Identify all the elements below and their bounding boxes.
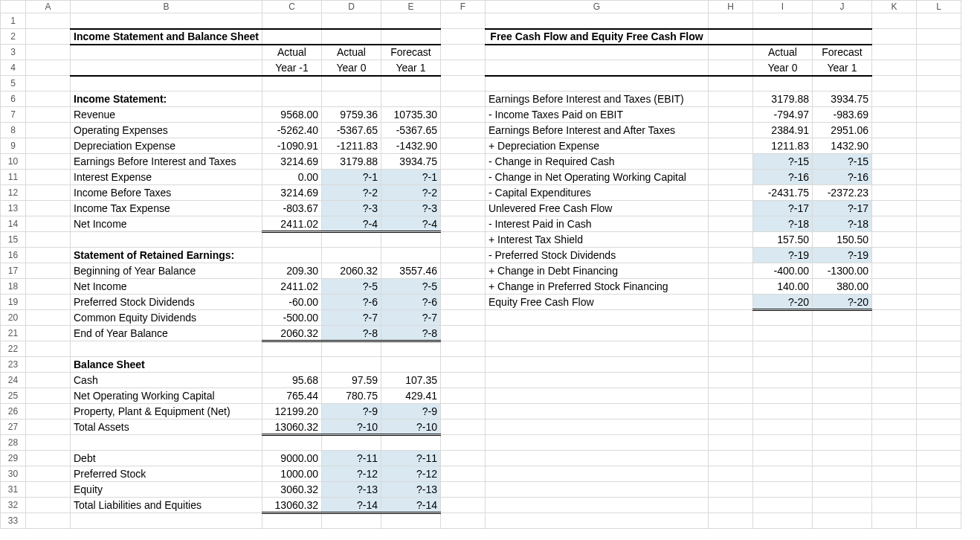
cell[interactable] — [752, 451, 812, 466]
cell[interactable] — [26, 498, 71, 513]
cell[interactable] — [381, 341, 440, 357]
cell[interactable] — [26, 279, 71, 295]
cell[interactable] — [916, 107, 961, 123]
cell[interactable] — [708, 466, 752, 482]
cell[interactable]: ?-18 — [752, 216, 812, 232]
cell[interactable] — [916, 404, 961, 420]
cell[interactable] — [440, 310, 485, 326]
cell[interactable] — [26, 435, 71, 451]
cell[interactable] — [752, 357, 812, 373]
cell[interactable] — [262, 232, 321, 248]
cell[interactable]: 2060.32 — [321, 263, 381, 279]
cell[interactable]: - Interest Paid in Cash — [485, 216, 708, 232]
cell[interactable] — [916, 45, 961, 60]
cell[interactable] — [485, 326, 708, 341]
cell[interactable]: ?-7 — [321, 310, 381, 326]
cell[interactable] — [262, 513, 321, 529]
cell[interactable] — [916, 91, 961, 107]
cell[interactable]: -1211.83 — [321, 138, 381, 154]
cell[interactable]: Income Statement: — [71, 91, 262, 107]
cell[interactable]: - Income Taxes Paid on EBIT — [485, 107, 708, 123]
cell[interactable] — [916, 201, 961, 216]
cell[interactable] — [381, 513, 440, 529]
cell[interactable] — [708, 185, 752, 201]
cell[interactable]: 765.44 — [262, 388, 321, 404]
col-header[interactable]: E — [381, 1, 440, 13]
cell[interactable]: Actual — [262, 45, 321, 60]
cell[interactable]: ?-18 — [812, 216, 871, 232]
cell[interactable] — [708, 60, 752, 76]
cell[interactable] — [871, 404, 916, 420]
cell[interactable] — [812, 373, 871, 388]
cell[interactable]: 13060.32 — [262, 420, 321, 435]
cell[interactable] — [708, 451, 752, 466]
cell[interactable]: + Depreciation Expense — [485, 138, 708, 154]
cell[interactable] — [708, 107, 752, 123]
row-header[interactable]: 2 — [1, 29, 26, 45]
cell[interactable]: -1432.90 — [381, 138, 440, 154]
cell[interactable] — [916, 279, 961, 295]
cell[interactable]: 3934.75 — [381, 154, 440, 170]
cell[interactable] — [440, 513, 485, 529]
cell[interactable] — [26, 138, 71, 154]
cell[interactable] — [708, 357, 752, 373]
cell[interactable] — [871, 451, 916, 466]
row-header[interactable]: 27 — [1, 420, 26, 435]
cell[interactable]: Year 1 — [812, 60, 871, 76]
cell[interactable]: Total Assets — [71, 420, 262, 435]
cell[interactable] — [916, 123, 961, 138]
row-header[interactable]: 14 — [1, 216, 26, 232]
cell[interactable]: Revenue — [71, 107, 262, 123]
cell[interactable]: 3179.88 — [321, 154, 381, 170]
cell[interactable] — [26, 45, 71, 60]
cell[interactable] — [26, 185, 71, 201]
cell[interactable]: 2384.91 — [752, 123, 812, 138]
cell[interactable]: - Preferred Stock Dividends — [485, 248, 708, 263]
cell[interactable]: 9568.00 — [262, 107, 321, 123]
cell[interactable]: -60.00 — [262, 295, 321, 310]
cell[interactable]: - Change in Required Cash — [485, 154, 708, 170]
cell[interactable] — [71, 232, 262, 248]
cell[interactable] — [485, 341, 708, 357]
cell[interactable] — [812, 420, 871, 435]
cell[interactable] — [871, 170, 916, 185]
cell[interactable]: Actual — [321, 45, 381, 60]
cell[interactable] — [262, 29, 321, 45]
row-header[interactable]: 17 — [1, 263, 26, 279]
cell[interactable] — [71, 60, 262, 76]
cell[interactable]: ?-19 — [812, 248, 871, 263]
cell[interactable] — [26, 513, 71, 529]
cell[interactable] — [71, 435, 262, 451]
cell[interactable]: ?-3 — [321, 201, 381, 216]
cell[interactable] — [812, 13, 871, 29]
cell[interactable] — [262, 91, 321, 107]
cell[interactable] — [708, 91, 752, 107]
cell[interactable]: ?-6 — [381, 295, 440, 310]
row-header[interactable]: 30 — [1, 466, 26, 482]
cell[interactable] — [752, 310, 812, 326]
cell[interactable] — [26, 295, 71, 310]
cell[interactable] — [752, 13, 812, 29]
cell[interactable]: ?-5 — [381, 279, 440, 295]
row-header[interactable]: 22 — [1, 341, 26, 357]
cell[interactable] — [485, 435, 708, 451]
cell[interactable] — [262, 76, 321, 91]
cell[interactable] — [708, 201, 752, 216]
cell[interactable]: 780.75 — [321, 388, 381, 404]
cell[interactable]: 209.30 — [262, 263, 321, 279]
cell[interactable] — [26, 482, 71, 498]
cell[interactable] — [485, 466, 708, 482]
row-header[interactable]: 5 — [1, 76, 26, 91]
cell[interactable] — [916, 513, 961, 529]
cell[interactable] — [871, 513, 916, 529]
cell[interactable] — [26, 107, 71, 123]
cell[interactable] — [485, 420, 708, 435]
cell[interactable]: End of Year Balance — [71, 326, 262, 341]
cell[interactable]: Equity — [71, 482, 262, 498]
cell[interactable] — [26, 388, 71, 404]
cell[interactable]: 380.00 — [812, 279, 871, 295]
cell[interactable] — [916, 216, 961, 232]
cell[interactable]: 2411.02 — [262, 279, 321, 295]
cell[interactable] — [485, 498, 708, 513]
cell[interactable] — [708, 123, 752, 138]
